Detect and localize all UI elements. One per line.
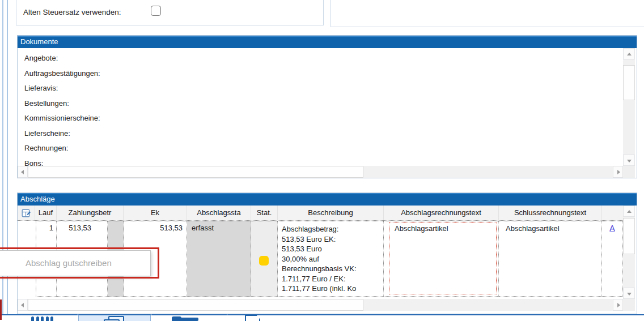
scrollbar-corner <box>623 299 635 311</box>
dokumente-item-angebote: Angebote: <box>24 51 535 66</box>
column-header-zahlungsbetrag[interactable]: Zahlungsbetr <box>57 206 124 220</box>
arrow-down-icon <box>627 293 632 296</box>
vertical-scroll-thumb[interactable] <box>623 218 635 254</box>
dokumente-item-auftragsbestaetigungen: Auftragsbestätigungen: <box>24 66 535 82</box>
toolbar-button-4[interactable] <box>227 314 644 321</box>
abschlagsrechnungstext-value: Abschlagsartikel <box>395 224 448 233</box>
column-header-abschlagsstatus[interactable]: Abschlagssta <box>187 206 251 220</box>
copy-pages-icon[interactable] <box>104 316 128 321</box>
arrow-up-icon <box>627 53 632 55</box>
scroll-right-button[interactable] <box>613 299 623 311</box>
grid-header-row: Lauf Zahlungsbetr Ek Abschlagssta Stat. … <box>18 206 623 221</box>
abschlaege-horizontal-scrollbar[interactable] <box>18 299 623 311</box>
arrow-down-icon <box>627 160 632 162</box>
dokumente-vertical-scrollbar[interactable] <box>623 48 635 166</box>
dokumente-panel-title: Dokumente <box>18 36 637 48</box>
abschlaege-panel-title: Abschläge <box>18 193 637 206</box>
column-header-extra <box>602 206 623 220</box>
scrollbar-corner <box>623 166 635 178</box>
column-header-ek[interactable]: Ek <box>124 206 187 220</box>
arrow-up-icon <box>627 210 632 213</box>
grid-customize-icon <box>22 208 31 218</box>
horizontal-scroll-thumb[interactable] <box>28 299 363 311</box>
cell-beschreibung[interactable]: Abschlagsbetrag: 513,53 Euro EK: 513,53 … <box>278 221 384 297</box>
app-canvas: Alten Steuersatz verwenden: Dokumente An… <box>0 0 644 321</box>
dokumente-item-bestellungen: Bestellungen: <box>24 96 535 112</box>
grid-header-icon-cell[interactable] <box>18 206 35 220</box>
dokumente-item-kommissionierscheine: Kommissionierscheine: <box>24 111 535 126</box>
cell-abschlagsrechnungstext[interactable]: Abschlagsartikel <box>384 221 499 297</box>
cell-schlussrechnungstext[interactable]: Abschlagsartikel <box>499 221 602 297</box>
dokumente-panel: Dokumente Angebote: Auftragsbestätigunge… <box>17 35 637 178</box>
binder-rings-icon[interactable] <box>31 316 54 321</box>
arrow-right-icon <box>617 303 620 307</box>
cell-link[interactable]: A <box>602 221 623 297</box>
red-highlight-rectangle <box>0 247 159 279</box>
dokumente-item-lieferavis: Lieferavis: <box>24 81 535 96</box>
scroll-left-button[interactable] <box>18 166 28 178</box>
cell-status[interactable] <box>251 221 278 297</box>
scroll-left-button[interactable] <box>18 299 28 311</box>
cell-a-link[interactable]: A <box>609 224 615 233</box>
column-header-abschlagsrechnungstext[interactable]: Abschlagsrechnungstext <box>384 206 499 220</box>
horizontal-scroll-thumb[interactable] <box>28 166 363 178</box>
tax-checkbox[interactable] <box>151 6 161 16</box>
column-header-beschreibung[interactable]: Beschreibung <box>278 206 384 220</box>
vertical-scroll-thumb[interactable] <box>623 65 635 100</box>
arrow-left-icon <box>21 170 24 174</box>
red-annotation-sliver <box>0 299 2 320</box>
cell-abschlagsstatus[interactable]: erfasst <box>187 221 251 297</box>
abschlaege-vertical-scrollbar[interactable] <box>623 206 635 299</box>
tax-label: Alten Steuersatz verwenden: <box>23 8 121 16</box>
dokumente-list: Angebote: Auftragsbestätigungen: Liefera… <box>24 51 535 171</box>
scroll-down-button[interactable] <box>623 288 635 299</box>
focused-cell-border <box>389 222 497 294</box>
scroll-up-button[interactable] <box>623 48 635 59</box>
column-header-lauf[interactable]: Lauf <box>35 206 57 220</box>
dokumente-item-lieferscheine: Lieferscheine: <box>24 126 535 142</box>
scroll-up-button[interactable] <box>623 206 635 217</box>
status-yellow-dot-icon <box>259 256 269 266</box>
arrow-right-icon <box>617 170 620 174</box>
scroll-down-button[interactable] <box>623 155 635 166</box>
top-right-panel <box>331 0 644 27</box>
arrow-left-icon <box>21 303 24 307</box>
tax-settings-panel: Alten Steuersatz verwenden: <box>16 0 324 25</box>
dokumente-horizontal-scrollbar[interactable] <box>18 166 623 178</box>
column-header-schlussrechnungstext[interactable]: Schlussrechnungstext <box>499 206 602 220</box>
dokumente-item-rechnungen: Rechnungen: <box>24 141 535 156</box>
stamp-icon[interactable] <box>172 316 198 321</box>
column-header-stat[interactable]: Stat. <box>251 206 278 220</box>
scroll-right-button[interactable] <box>613 166 623 178</box>
